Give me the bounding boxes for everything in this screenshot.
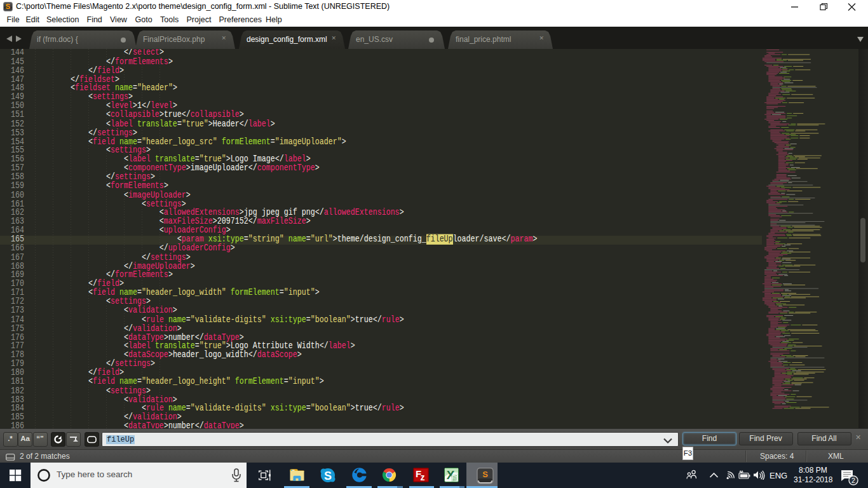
svg-text:2: 2 — [851, 477, 855, 484]
svg-text:z: z — [421, 472, 425, 482]
svg-text:S: S — [324, 470, 332, 482]
svg-text:S: S — [482, 470, 488, 479]
